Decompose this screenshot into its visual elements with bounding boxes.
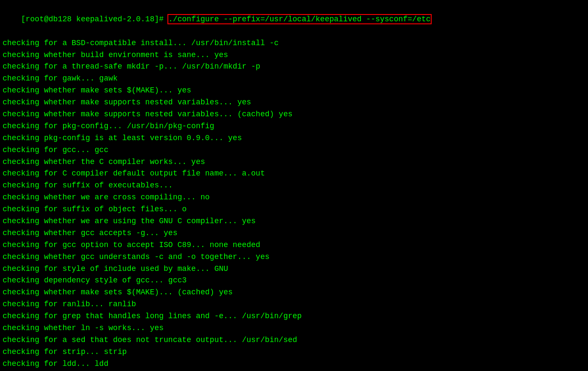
- terminal-line: checking for a BSD-compatible install...…: [3, 37, 585, 49]
- terminal-line: checking whether gcc understands -c and …: [3, 251, 585, 263]
- terminal-line: checking for suffix of executables...: [3, 180, 585, 192]
- terminal-line: checking for gcc... gcc: [3, 144, 585, 156]
- terminal-line: checking whether we are cross compiling.…: [3, 192, 585, 204]
- command: ./configure --prefix=/usr/local/keepaliv…: [168, 15, 431, 23]
- prompt: [root@db128 keepalived-2.0.18]#: [21, 15, 168, 23]
- terminal-line: checking whether build environment is sa…: [3, 49, 585, 61]
- terminal-line: checking whether ln -s works... yes: [3, 322, 585, 334]
- terminal-line: checking for gcc option to accept ISO C8…: [3, 239, 585, 251]
- terminal-line: checking for ranlib... ranlib: [3, 299, 585, 311]
- terminal-line: checking whether the C compiler works...…: [3, 156, 585, 168]
- terminal-line: checking whether make sets $(MAKE)... (c…: [3, 287, 585, 299]
- terminal-line: checking for ldd... ldd: [3, 358, 585, 370]
- terminal-line: checking dependency style of gcc... gcc3: [3, 275, 585, 287]
- first-line: [root@db128 keepalived-2.0.18]# ./config…: [3, 2, 585, 37]
- terminal-line: checking for suffix of object files... o: [3, 204, 585, 216]
- terminal-line: checking for grep that handles long line…: [3, 311, 585, 322]
- terminal-line: checking whether gcc accepts -g... yes: [3, 227, 585, 239]
- terminal-line: checking for gawk... gawk: [3, 73, 585, 85]
- terminal-line: checking for a thread-safe mkdir -p... /…: [3, 61, 585, 73]
- terminal-output: checking for a BSD-compatible install...…: [3, 37, 585, 371]
- terminal-window: [root@db128 keepalived-2.0.18]# ./config…: [0, 0, 588, 371]
- terminal-line: checking for strip... strip: [3, 346, 585, 358]
- terminal-line: checking whether make supports nested va…: [3, 97, 585, 109]
- terminal-line: checking for pkg-config... /usr/bin/pkg-…: [3, 121, 585, 132]
- terminal-line: checking for style of include used by ma…: [3, 263, 585, 275]
- terminal-line: checking whether make sets $(MAKE)... ye…: [3, 85, 585, 97]
- terminal-line: checking for a sed that does not truncat…: [3, 334, 585, 346]
- terminal-line: checking whether we are using the GNU C …: [3, 216, 585, 227]
- terminal-line: checking whether make supports nested va…: [3, 109, 585, 121]
- terminal-line: checking for C compiler default output f…: [3, 168, 585, 180]
- terminal-line: checking pkg-config is at least version …: [3, 132, 585, 144]
